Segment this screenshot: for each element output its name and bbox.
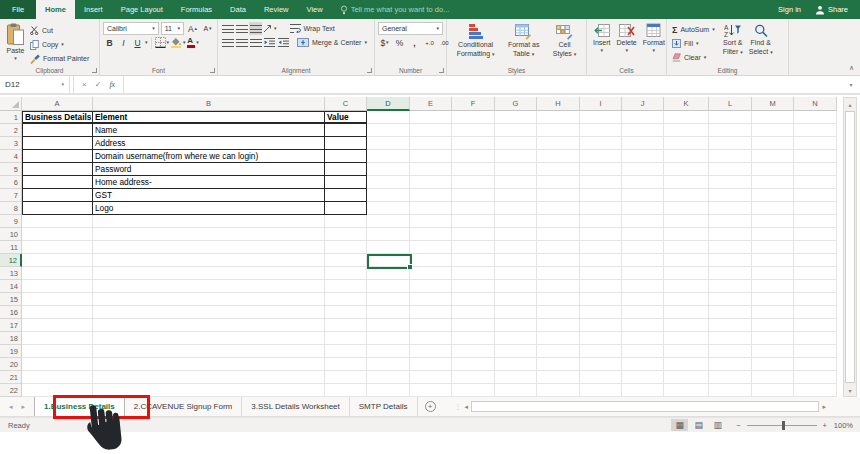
cell-J5[interactable] bbox=[622, 163, 664, 176]
cell-A4[interactable] bbox=[22, 150, 93, 163]
cell-G9[interactable] bbox=[495, 215, 537, 228]
cell-D20[interactable] bbox=[367, 358, 410, 371]
fill-button[interactable]: Fill ▾ bbox=[670, 37, 717, 50]
cell-I4[interactable] bbox=[580, 150, 622, 163]
cell-D7[interactable] bbox=[367, 189, 410, 202]
cell-L11[interactable] bbox=[709, 241, 752, 254]
cell-B16[interactable] bbox=[93, 306, 325, 319]
cell-C2[interactable] bbox=[325, 124, 367, 137]
cell-L3[interactable] bbox=[709, 137, 752, 150]
align-right-button[interactable] bbox=[249, 36, 262, 49]
cell-K1[interactable] bbox=[664, 111, 709, 124]
cell-N13[interactable] bbox=[794, 267, 837, 280]
cell-B11[interactable] bbox=[93, 241, 325, 254]
paste-dropdown-arrow[interactable]: ▾ bbox=[14, 56, 17, 61]
cell-D14[interactable] bbox=[367, 280, 410, 293]
delete-cells-button[interactable]: Delete ▾ bbox=[614, 22, 640, 54]
cell-M2[interactable] bbox=[752, 124, 794, 137]
cell-D21[interactable] bbox=[367, 371, 410, 384]
cell-K11[interactable] bbox=[664, 241, 709, 254]
cell-N8[interactable] bbox=[794, 202, 837, 215]
cut-button[interactable]: Cut bbox=[28, 24, 91, 37]
wrap-text-button[interactable]: Wrap Text bbox=[288, 22, 337, 35]
cell-K3[interactable] bbox=[664, 137, 709, 150]
name-box-dropdown-arrow[interactable]: ▾ bbox=[61, 82, 64, 87]
cell-F14[interactable] bbox=[452, 280, 495, 293]
autosum-button[interactable]: Σ AutoSum ▾ bbox=[670, 23, 717, 36]
cell-F21[interactable] bbox=[452, 371, 495, 384]
font-color-button[interactable]: A ▾ bbox=[187, 36, 200, 49]
cell-J15[interactable] bbox=[622, 293, 664, 306]
cell-N6[interactable] bbox=[794, 176, 837, 189]
row-header-14[interactable]: 14 bbox=[0, 280, 22, 293]
cell-K2[interactable] bbox=[664, 124, 709, 137]
cell-M16[interactable] bbox=[752, 306, 794, 319]
cell-E3[interactable] bbox=[410, 137, 452, 150]
cell-K22[interactable] bbox=[664, 384, 709, 397]
cell-H4[interactable] bbox=[537, 150, 580, 163]
cell-E12[interactable] bbox=[410, 254, 452, 267]
cell-E20[interactable] bbox=[410, 358, 452, 371]
enter-button[interactable]: ✓ bbox=[95, 80, 102, 89]
cell-B18[interactable] bbox=[93, 332, 325, 345]
column-header-K[interactable]: K bbox=[664, 97, 709, 111]
cell-N7[interactable] bbox=[794, 189, 837, 202]
cell-D2[interactable] bbox=[367, 124, 410, 137]
cell-J8[interactable] bbox=[622, 202, 664, 215]
cell-A11[interactable] bbox=[22, 241, 93, 254]
cell-K4[interactable] bbox=[664, 150, 709, 163]
cell-L14[interactable] bbox=[709, 280, 752, 293]
percent-format-button[interactable]: % bbox=[393, 36, 406, 49]
cell-F5[interactable] bbox=[452, 163, 495, 176]
cell-B21[interactable] bbox=[93, 371, 325, 384]
scroll-left-button[interactable]: ◂ bbox=[465, 403, 469, 411]
cell-A20[interactable] bbox=[22, 358, 93, 371]
cell-L4[interactable] bbox=[709, 150, 752, 163]
format-cells-button[interactable]: Format ▾ bbox=[640, 22, 668, 54]
cell-C13[interactable] bbox=[325, 267, 367, 280]
cell-E18[interactable] bbox=[410, 332, 452, 345]
tab-file[interactable]: File bbox=[0, 0, 36, 19]
cell-B17[interactable] bbox=[93, 319, 325, 332]
copy-button[interactable]: Copy ▾ bbox=[28, 38, 91, 51]
scroll-down-button[interactable]: ▾ bbox=[844, 384, 856, 396]
column-header-M[interactable]: M bbox=[752, 97, 794, 111]
cell-C14[interactable] bbox=[325, 280, 367, 293]
cell-N9[interactable] bbox=[794, 215, 837, 228]
decrease-indent-button[interactable] bbox=[263, 36, 276, 49]
zoom-slider[interactable] bbox=[747, 425, 817, 426]
cell-F16[interactable] bbox=[452, 306, 495, 319]
cell-A5[interactable] bbox=[22, 163, 93, 176]
conditional-formatting-button[interactable]: Conditional Formatting ▾ bbox=[454, 22, 498, 59]
collapse-ribbon-button[interactable]: ∧ bbox=[849, 64, 854, 72]
insert-function-button[interactable]: fx bbox=[109, 80, 115, 89]
tab-data[interactable]: Data bbox=[221, 0, 255, 19]
cell-A7[interactable] bbox=[22, 189, 93, 202]
cell-F6[interactable] bbox=[452, 176, 495, 189]
cell-E10[interactable] bbox=[410, 228, 452, 241]
normal-view-button[interactable]: ▦ bbox=[671, 419, 688, 431]
cell-K7[interactable] bbox=[664, 189, 709, 202]
row-header-20[interactable]: 20 bbox=[0, 358, 22, 371]
cell-N22[interactable] bbox=[794, 384, 837, 397]
cell-E22[interactable] bbox=[410, 384, 452, 397]
cell-N15[interactable] bbox=[794, 293, 837, 306]
cell-styles-button[interactable]: Cell Styles ▾ bbox=[550, 22, 580, 59]
cell-D1[interactable] bbox=[367, 111, 410, 124]
cell-N16[interactable] bbox=[794, 306, 837, 319]
cell-A21[interactable] bbox=[22, 371, 93, 384]
horizontal-scrollbar[interactable]: ⋮ ◂ ▸ bbox=[455, 397, 826, 416]
insert-cells-button[interactable]: Insert ▾ bbox=[590, 22, 614, 54]
orientation-button[interactable]: ▾ bbox=[263, 22, 277, 35]
cell-J21[interactable] bbox=[622, 371, 664, 384]
cell-F8[interactable] bbox=[452, 202, 495, 215]
cell-M17[interactable] bbox=[752, 319, 794, 332]
cell-K6[interactable] bbox=[664, 176, 709, 189]
cell-F17[interactable] bbox=[452, 319, 495, 332]
cell-L5[interactable] bbox=[709, 163, 752, 176]
cell-C3[interactable] bbox=[325, 137, 367, 150]
cell-M5[interactable] bbox=[752, 163, 794, 176]
cell-H11[interactable] bbox=[537, 241, 580, 254]
cell-G13[interactable] bbox=[495, 267, 537, 280]
cell-G14[interactable] bbox=[495, 280, 537, 293]
